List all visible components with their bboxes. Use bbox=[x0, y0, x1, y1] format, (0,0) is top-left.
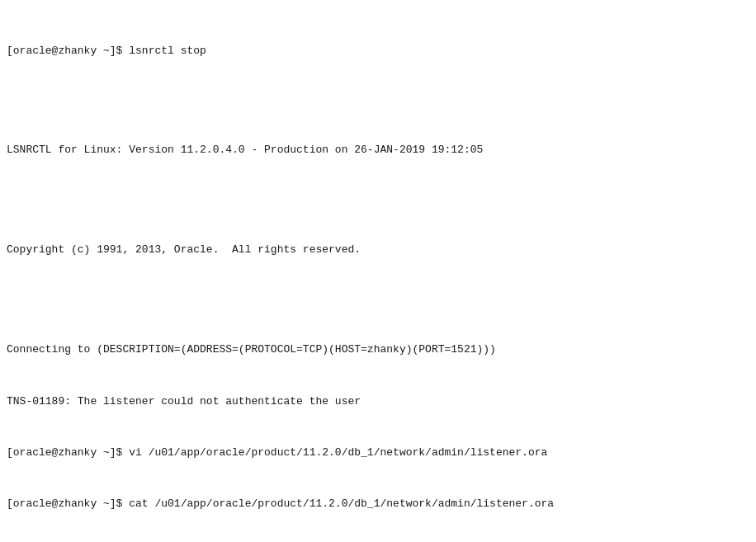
terminal-line-5: Copyright (c) 1991, 2013, Oracle. All ri… bbox=[7, 242, 749, 259]
terminal-line-10: [oracle@zhanky ~]$ cat /u01/app/oracle/p… bbox=[7, 496, 749, 513]
terminal-line-7: Connecting to (DESCRIPTION=(ADDRESS=(PRO… bbox=[7, 342, 749, 359]
terminal-line-1: [oracle@zhanky ~]$ lsnrctl stop bbox=[7, 43, 749, 60]
terminal-container: [oracle@zhanky ~]$ lsnrctl stop LSNRCTL … bbox=[0, 0, 756, 542]
terminal-output: [oracle@zhanky ~]$ lsnrctl stop LSNRCTL … bbox=[7, 8, 749, 542]
terminal-line-8: TNS-01189: The listener could not authen… bbox=[7, 394, 749, 411]
terminal-line-3: LSNRCTL for Linux: Version 11.2.0.4.0 - … bbox=[7, 142, 749, 159]
terminal-line-9: [oracle@zhanky ~]$ vi /u01/app/oracle/pr… bbox=[7, 445, 749, 462]
